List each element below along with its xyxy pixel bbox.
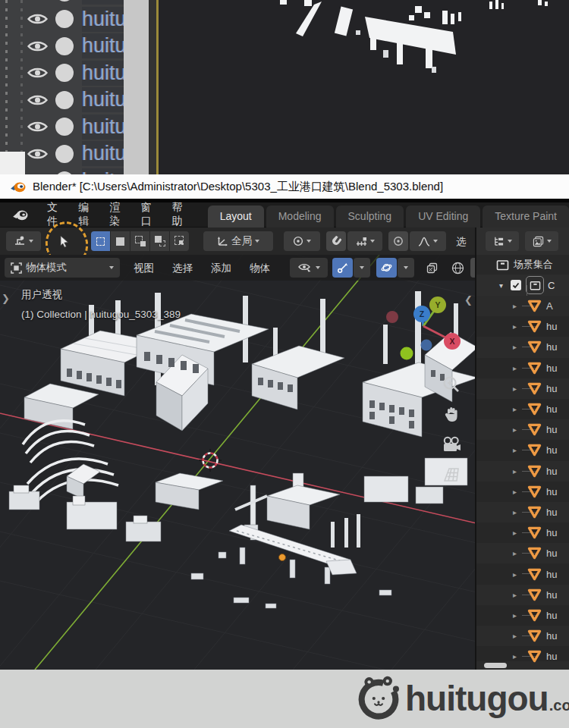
workspace-tab[interactable]: Sculpting [336, 206, 404, 228]
outliner-item-label[interactable]: hu [546, 548, 557, 559]
blender-app-icon[interactable] [12, 208, 29, 221]
eye-icon[interactable] [27, 12, 48, 26]
outliner-item-row[interactable]: ▸ hu [476, 626, 569, 646]
outliner-item-row[interactable]: ▸ hu [476, 399, 569, 419]
expand-arrow-icon[interactable]: ▸ [513, 611, 517, 620]
expand-arrow-icon[interactable]: ▸ [513, 364, 517, 372]
outliner-item-label[interactable]: hu [546, 424, 557, 435]
toolbar-expand-arrow[interactable]: ❯ [2, 293, 10, 304]
options-menu-partial[interactable]: 选 [456, 234, 476, 249]
select-mode-extend-button[interactable] [111, 231, 130, 251]
expand-arrow-icon[interactable]: ▸ [513, 425, 517, 434]
show-gizmo-toggle[interactable] [332, 258, 353, 278]
viewport-menu-item[interactable]: 物体 [242, 258, 278, 279]
outliner-item-label[interactable]: hu [546, 466, 557, 477]
collapse-arrow-icon[interactable]: ▾ [499, 281, 503, 290]
circle-icon[interactable] [55, 118, 74, 136]
outliner-item-label[interactable]: A [546, 300, 553, 312]
topbar-menu-item[interactable]: 文件 [39, 198, 66, 231]
outliner-item-label[interactable]: hu [546, 507, 557, 518]
expand-arrow-icon[interactable]: ▸ [513, 488, 517, 496]
pan-hand-button[interactable] [442, 405, 461, 425]
outliner-item-row[interactable]: ▸ hu [476, 316, 569, 337]
outliner-item-row[interactable]: ▸ hu [476, 482, 569, 502]
transform-orientation-dropdown[interactable]: 全局 [203, 231, 273, 251]
workspace-tab[interactable]: Layout [208, 206, 264, 228]
proportional-edit-toggle[interactable] [388, 231, 408, 251]
workspace-tab[interactable]: Texture Paint [483, 206, 569, 228]
circle-icon[interactable] [55, 37, 74, 55]
outliner-item-label[interactable]: hu [546, 610, 557, 621]
outliner-item-label[interactable]: hu [546, 341, 557, 353]
eye-icon[interactable] [27, 93, 48, 107]
expand-arrow-icon[interactable]: ▸ [513, 508, 517, 516]
outliner-item-row[interactable]: ▸ hu [476, 543, 569, 563]
outliner-item-row[interactable]: ▸ hu [476, 585, 569, 605]
topbar-menu-item[interactable]: 编辑 [71, 198, 97, 231]
outliner-item-label[interactable]: hu [546, 403, 557, 415]
outliner-item-row[interactable]: ▸ hu [476, 502, 569, 522]
proportional-falloff-dropdown[interactable] [410, 231, 446, 251]
expand-arrow-icon[interactable]: ▸ [513, 302, 517, 310]
outliner-item-label[interactable]: hu [546, 486, 557, 497]
zoom-button[interactable] [442, 375, 461, 394]
expand-arrow-icon[interactable]: ▸ [513, 405, 517, 413]
scene-collection-row[interactable]: 场景集合 [476, 255, 569, 275]
display-mode-dropdown[interactable] [525, 231, 558, 251]
outliner-item-label[interactable]: hu [546, 383, 557, 394]
mode-dropdown[interactable]: 物体模式 [5, 258, 120, 278]
outliner-item-label[interactable]: hu [546, 630, 557, 642]
xray-toggle[interactable] [420, 258, 443, 278]
fragment-item-label[interactable]: huitu [82, 141, 129, 166]
expand-arrow-icon[interactable]: ▸ [513, 591, 517, 599]
outliner-item-label[interactable]: hu [546, 527, 557, 538]
scrollbar-thumb[interactable] [124, 0, 149, 174]
expand-arrow-icon[interactable]: ▸ [513, 384, 517, 393]
outliner-item-label[interactable]: hu [546, 321, 557, 332]
expand-arrow-icon[interactable]: ▸ [513, 467, 517, 475]
scrollbar-track[interactable] [0, 152, 25, 174]
editor-type-button[interactable] [6, 231, 41, 251]
circle-icon[interactable] [55, 91, 74, 109]
editor-type-dropdown[interactable] [486, 231, 519, 251]
outliner-item-row[interactable]: ▸ hu [476, 378, 569, 399]
outliner-item-row[interactable]: ▸ hu [476, 440, 569, 460]
viewport-3d[interactable]: 物体模式 视图选择添加物体 [0, 255, 476, 670]
eye-icon[interactable] [27, 120, 48, 133]
show-overlays-toggle[interactable] [376, 258, 397, 278]
fragment-item-label[interactable]: huitu [82, 87, 129, 112]
topbar-menu-item[interactable]: 渲染 [102, 198, 128, 231]
outliner-item-row[interactable]: ▸ hu [476, 358, 569, 378]
outliner-item-row[interactable]: ▸ hu [476, 605, 569, 626]
select-mode-subtract-button[interactable] [130, 231, 149, 251]
outliner-item-label[interactable]: hu [546, 569, 557, 580]
collection-checkbox[interactable] [511, 280, 521, 290]
fragment-item-label[interactable]: huitu [82, 61, 129, 86]
expand-arrow-icon[interactable]: ▸ [513, 343, 517, 351]
outliner-item-row[interactable]: ▸ A [476, 296, 569, 316]
fragment-item-label[interactable]: huitu [82, 33, 129, 58]
select-mode-intersect-button[interactable] [170, 231, 189, 251]
eye-icon[interactable] [27, 66, 48, 80]
outliner-item-label[interactable]: hu [546, 589, 557, 601]
camera-view-button[interactable] [441, 435, 462, 455]
shading-wireframe-button[interactable] [446, 258, 469, 278]
expand-arrow-icon[interactable]: ▸ [513, 529, 517, 537]
outliner-item-row[interactable]: ▸ hu [476, 522, 569, 543]
expand-arrow-icon[interactable]: ▸ [513, 322, 517, 331]
eye-icon[interactable] [27, 39, 48, 53]
workspace-tab[interactable]: Modeling [266, 206, 334, 228]
circle-icon[interactable] [55, 64, 74, 82]
fragment-item-label[interactable]: huitu [82, 7, 129, 32]
viewport-menu-item[interactable]: 添加 [203, 258, 239, 279]
fragment-item-label[interactable]: huitu [82, 168, 129, 174]
select-mode-new-button[interactable] [91, 231, 110, 251]
outliner-item-label[interactable]: hu [546, 444, 557, 456]
viewport-menu-item[interactable]: 选择 [165, 258, 200, 279]
expand-arrow-icon[interactable]: ▸ [513, 632, 517, 640]
eye-icon[interactable] [27, 147, 48, 161]
outliner-item-row[interactable]: ▸ hu [476, 419, 569, 440]
horizontal-scrollbar[interactable] [484, 663, 507, 668]
fragment-item-label[interactable]: huitu [82, 115, 129, 140]
outliner-item-row[interactable]: ▸ hu [476, 563, 569, 584]
